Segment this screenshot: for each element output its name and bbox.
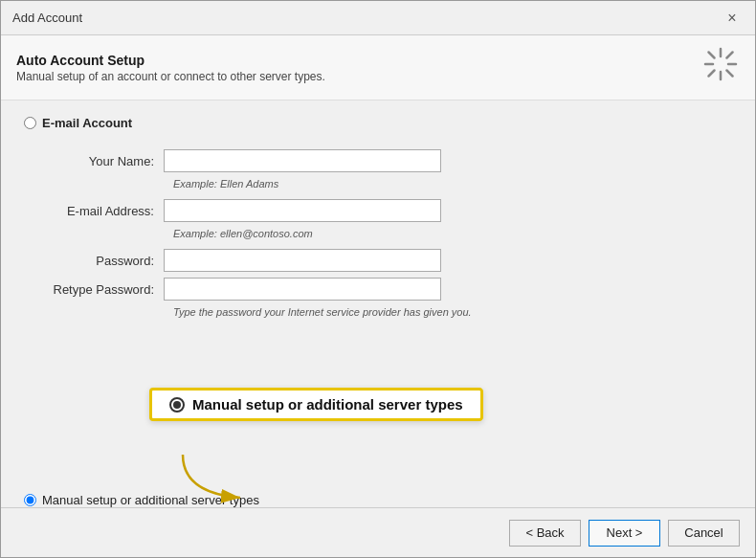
password-row: Password: xyxy=(39,249,732,272)
loading-icon xyxy=(701,45,740,83)
email-address-label: E-mail Address: xyxy=(39,204,164,218)
header-title: Auto Account Setup xyxy=(16,53,325,68)
callout-radio-inner xyxy=(173,401,181,409)
email-account-label: E-mail Account xyxy=(42,116,132,130)
email-hint-row: Example: ellen@contoso.com xyxy=(39,228,732,239)
callout-radio-indicator xyxy=(169,397,185,413)
retype-password-row: Retype Password: xyxy=(39,278,732,301)
svg-line-4 xyxy=(709,53,715,58)
arrow-container xyxy=(154,450,278,507)
your-name-label: Your Name: xyxy=(39,154,164,168)
your-name-hint-row: Example: Ellen Adams xyxy=(39,178,732,190)
password-hint: Type the password your Internet service … xyxy=(173,306,472,318)
your-name-hint: Example: Ellen Adams xyxy=(173,178,278,190)
header-section: Auto Account Setup Manual setup of an ac… xyxy=(1,35,755,100)
password-input[interactable] xyxy=(164,249,441,272)
starburst-icon xyxy=(701,45,740,90)
svg-line-7 xyxy=(709,71,715,77)
retype-password-input[interactable] xyxy=(164,278,441,301)
password-hint-row: Type the password your Internet service … xyxy=(39,306,732,318)
dialog-title: Add Account xyxy=(12,11,82,25)
your-name-input[interactable] xyxy=(164,149,441,172)
callout-arrow xyxy=(154,450,278,507)
your-name-row: Your Name: xyxy=(39,149,732,172)
close-button[interactable]: × xyxy=(721,7,744,30)
next-button[interactable]: Next > xyxy=(589,520,660,547)
manual-setup-radio[interactable] xyxy=(24,494,36,506)
email-account-row: E-mail Account xyxy=(24,116,732,130)
header-text: Auto Account Setup Manual setup of an ac… xyxy=(16,53,325,83)
back-button[interactable]: < Back xyxy=(509,520,581,547)
main-content: E-mail Account Your Name: Example: Ellen… xyxy=(1,100,755,507)
email-account-radio[interactable] xyxy=(24,117,36,129)
callout-box: Manual setup or additional server types xyxy=(149,388,483,421)
email-address-input[interactable] xyxy=(164,199,441,222)
svg-line-5 xyxy=(727,71,733,77)
password-label: Password: xyxy=(39,254,164,268)
svg-line-6 xyxy=(727,53,733,58)
callout-text: Manual setup or additional server types xyxy=(192,396,463,413)
retype-password-label: Retype Password: xyxy=(39,282,164,297)
add-account-dialog: Add Account × Auto Account Setup Manual … xyxy=(0,0,756,558)
title-bar: Add Account × xyxy=(1,1,755,35)
email-address-row: E-mail Address: xyxy=(39,199,732,222)
header-subtitle: Manual setup of an account or connect to… xyxy=(16,70,325,83)
cancel-button[interactable]: Cancel xyxy=(668,520,740,547)
email-address-hint: Example: ellen@contoso.com xyxy=(173,228,313,239)
form-section: Your Name: Example: Ellen Adams E-mail A… xyxy=(24,149,732,318)
footer: < Back Next > Cancel xyxy=(1,507,755,557)
